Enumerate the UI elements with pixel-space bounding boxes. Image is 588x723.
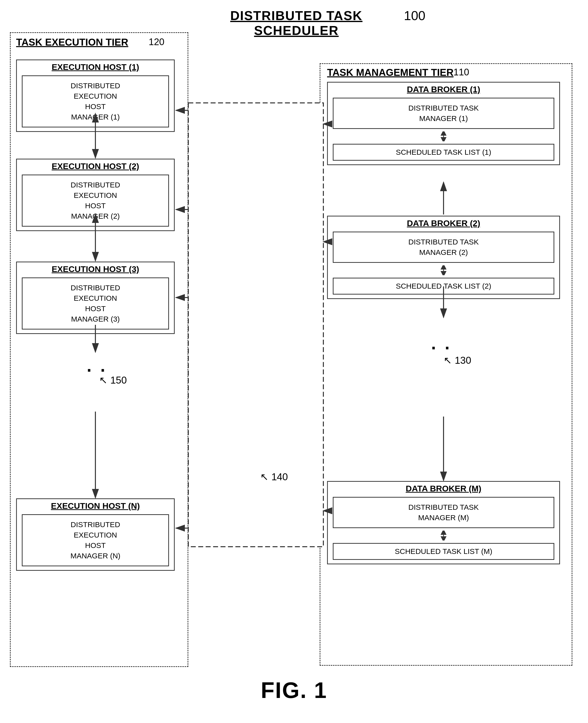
svg-rect-13	[188, 103, 323, 547]
ref-150: ↖ 150	[99, 375, 127, 386]
page: DISTRIBUTED TASK SCHEDULER 100 TASK EXEC…	[0, 0, 588, 723]
exec-tier-dots: . .	[87, 357, 107, 375]
fig-label: FIG. 1	[261, 678, 327, 703]
ref-140: ↖ 140	[260, 471, 288, 482]
ref-130: ↖ 130	[443, 355, 471, 366]
mgmt-tier-dots: . .	[431, 335, 451, 352]
